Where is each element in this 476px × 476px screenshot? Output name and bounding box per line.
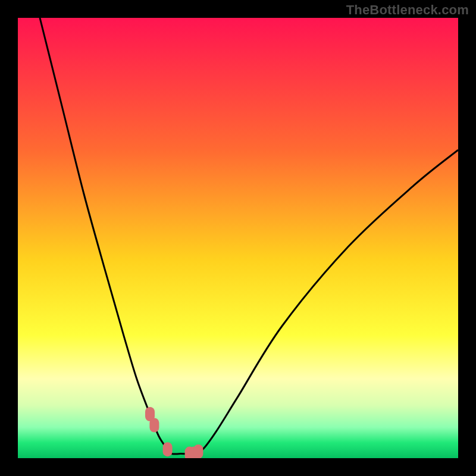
curve-marker [163,442,173,456]
curve-marker [193,444,203,458]
curve-marker [149,418,159,433]
chart-frame: TheBottleneck.com [0,0,476,476]
watermark-text: TheBottleneck.com [346,2,469,18]
gradient-background [18,18,458,458]
chart-svg [18,18,458,458]
plot-area [18,18,458,458]
